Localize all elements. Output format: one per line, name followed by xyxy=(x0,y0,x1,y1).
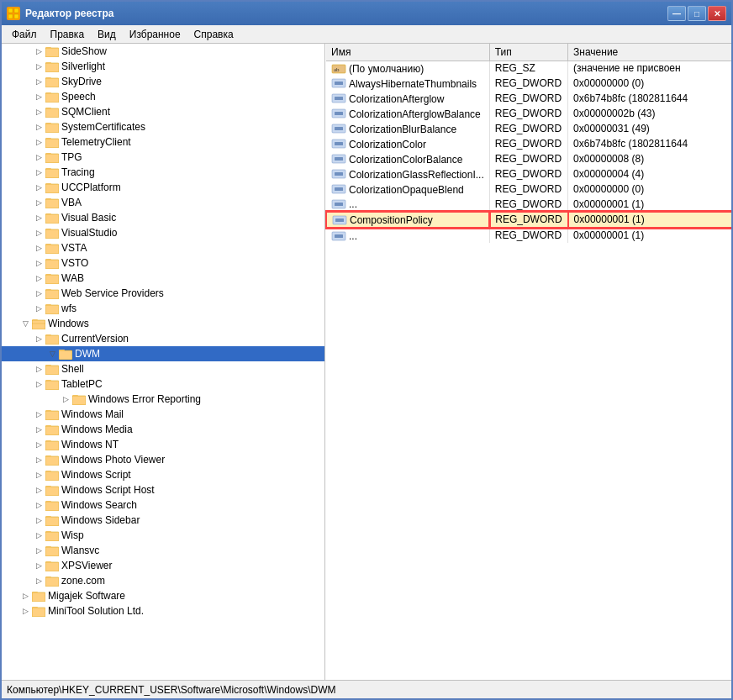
menu-item-правка[interactable]: Правка xyxy=(44,27,92,42)
svg-rect-66 xyxy=(59,350,65,352)
svg-rect-93 xyxy=(45,486,51,488)
expander-icon: ▷ xyxy=(32,90,45,103)
tree-item-vsto[interactable]: ▷ VSTO xyxy=(2,255,324,271)
tree-item-wmail[interactable]: ▷ Windows Mail xyxy=(2,407,324,422)
label-sideshow: SideShow xyxy=(61,45,107,57)
table-row[interactable]: ColorizationColorBalanceREG_DWORD0x00000… xyxy=(326,151,731,166)
reg-value-cell: 0x6b74b8fc (1802811644 xyxy=(568,91,731,106)
folder-icon xyxy=(45,363,59,375)
tree-item-telemetry[interactable]: ▷ TelemetryClient xyxy=(2,134,324,150)
tree-item-wer[interactable]: ▷ Windows Error Reporting xyxy=(2,392,324,407)
label-wer: Windows Error Reporting xyxy=(88,393,201,405)
reg-type-cell: REG_DWORD xyxy=(489,106,567,121)
tree-item-visualbasic[interactable]: ▷ Visual Basic xyxy=(2,210,324,225)
tree-item-wsidebar[interactable]: ▷ Windows Sidebar xyxy=(2,513,324,528)
tree-item-wscript[interactable]: ▷ Windows Script xyxy=(2,467,324,482)
tree-item-sideshow[interactable]: ▷ SideShow xyxy=(2,44,324,59)
svg-rect-84 xyxy=(45,440,51,443)
tree-item-wnt[interactable]: ▷ Windows NT xyxy=(2,437,324,452)
tree-item-wscripthost[interactable]: ▷ Windows Script Host xyxy=(2,482,324,497)
tree-item-migajek[interactable]: ▷ Migajek Software xyxy=(2,588,324,603)
tree-item-windows[interactable]: ▽ Windows xyxy=(2,316,324,331)
tree-item-silverlight[interactable]: ▷ Silverlight xyxy=(2,59,324,74)
tree-item-tabletpc[interactable]: ▷ TabletPC xyxy=(2,376,324,392)
svg-rect-8 xyxy=(45,62,51,65)
svg-rect-32 xyxy=(45,183,51,186)
expander-icon: ▷ xyxy=(32,287,45,300)
table-row[interactable]: CompositionPolicyREG_DWORD0x00000001 (1) xyxy=(326,212,731,228)
folder-icon xyxy=(45,514,59,526)
tree-item-vba[interactable]: ▷ VBA xyxy=(2,195,324,210)
col-type: Тип xyxy=(489,44,567,61)
expander-icon: ▷ xyxy=(32,45,45,58)
svg-rect-128 xyxy=(335,127,343,130)
tree-item-xpsviewer[interactable]: ▷ XPSViewer xyxy=(2,558,324,573)
tree-item-wlansvc[interactable]: ▷ Wlansvc xyxy=(2,543,324,558)
tree-item-wsearch[interactable]: ▷ Windows Search xyxy=(2,497,324,513)
tree-item-wisp[interactable]: ▷ Wisp xyxy=(2,528,324,543)
svg-rect-47 xyxy=(45,259,51,261)
table-row[interactable]: AlwaysHibernateThumbnailsREG_DWORD0x0000… xyxy=(326,76,731,91)
table-row[interactable]: ColorizationColorREG_DWORD0x6b74b8fc (18… xyxy=(326,136,731,151)
table-row[interactable]: ColorizationBlurBalanceREG_DWORD0x000000… xyxy=(326,121,731,136)
table-row[interactable]: ColorizationGlassReflectionI...REG_DWORD… xyxy=(326,166,731,182)
label-vsta: VSTA xyxy=(61,242,87,254)
table-row[interactable]: ColorizationOpaqueBlendREG_DWORD0x000000… xyxy=(326,182,731,197)
reg-name-cell: ColorizationAfterglowBalance xyxy=(326,106,489,121)
reg-value-icon xyxy=(331,77,346,89)
registry-scroll[interactable]: Имя Тип Значение ab (По умолчанию)REG_SZ… xyxy=(325,44,731,680)
reg-name-cell: AlwaysHibernateThumbnails xyxy=(326,76,489,91)
reg-value-icon xyxy=(331,198,346,210)
label-visualstudio: VisualStudio xyxy=(61,227,118,239)
reg-type-cell: REG_DWORD xyxy=(489,197,567,212)
label-wscript: Windows Script xyxy=(61,469,131,481)
tree-item-vsta[interactable]: ▷ VSTA xyxy=(2,240,324,255)
table-row[interactable]: ColorizationAfterglowREG_DWORD0x6b74b8fc… xyxy=(326,91,731,106)
svg-rect-23 xyxy=(45,138,51,140)
tree-item-dwm[interactable]: ▽ DWM xyxy=(2,346,324,361)
menu-item-файл[interactable]: Файл xyxy=(5,27,44,42)
svg-rect-53 xyxy=(45,289,51,292)
folder-icon xyxy=(45,560,59,571)
tree-item-visualstudio[interactable]: ▷ VisualStudio xyxy=(2,225,324,240)
tree-item-sqmclient[interactable]: ▷ SQMClient xyxy=(2,104,324,119)
tree-item-skydrive[interactable]: ▷ SkyDrive xyxy=(2,74,324,89)
tree-item-minitool[interactable]: ▷ MiniTool Solution Ltd. xyxy=(2,603,324,618)
reg-value-icon: ab xyxy=(331,63,346,75)
tree-item-wphotoviewer[interactable]: ▷ Windows Photo Viewer xyxy=(2,452,324,467)
reg-name-cell: ColorizationBlurBalance xyxy=(326,121,489,136)
tree-item-wmedia[interactable]: ▷ Windows Media xyxy=(2,422,324,437)
folder-icon xyxy=(45,545,59,556)
tree-scroll[interactable]: ▷ SideShow ▷ Silverlight ▷ xyxy=(2,44,324,680)
tree-item-uccplatform[interactable]: ▷ UCCPlatform xyxy=(2,180,324,195)
tree-item-wab[interactable]: ▷ WAB xyxy=(2,271,324,286)
minimize-button[interactable]: — xyxy=(667,6,686,21)
svg-rect-124 xyxy=(335,97,343,100)
tree-item-speech[interactable]: ▷ Speech xyxy=(2,89,324,104)
svg-text:ab: ab xyxy=(334,66,340,73)
tree-item-currentversion[interactable]: ▷ CurrentVersion xyxy=(2,331,324,346)
tree-item-wfs[interactable]: ▷ wfs xyxy=(2,301,324,316)
tree-item-shell[interactable]: ▷ Shell xyxy=(2,361,324,376)
menu-item-справка[interactable]: Справка xyxy=(187,27,240,42)
tree-item-zonecom[interactable]: ▷ zone.com xyxy=(2,573,324,588)
menu-item-избранное[interactable]: Избранное xyxy=(123,27,187,42)
label-sqmclient: SQMClient xyxy=(61,106,110,118)
tree-item-systemcerts[interactable]: ▷ SystemCertificates xyxy=(2,119,324,134)
svg-rect-35 xyxy=(45,198,51,201)
tree-item-webservice[interactable]: ▷ Web Service Providers xyxy=(2,286,324,301)
folder-icon xyxy=(45,378,59,390)
maximize-button[interactable]: □ xyxy=(688,6,706,21)
expander-icon: ▷ xyxy=(32,483,45,497)
tree-item-tpg[interactable]: ▷ TPG xyxy=(2,150,324,165)
tree-item-tracing[interactable]: ▷ Tracing xyxy=(2,165,324,180)
menu-item-вид[interactable]: Вид xyxy=(91,27,123,42)
reg-value-cell: 0x00000008 (8) xyxy=(568,151,731,166)
table-row[interactable]: ColorizationAfterglowBalanceREG_DWORD0x0… xyxy=(326,106,731,121)
table-row[interactable]: ...REG_DWORD0x00000001 (1) xyxy=(326,228,731,243)
close-button[interactable]: ✕ xyxy=(708,6,726,21)
label-dwm: DWM xyxy=(75,348,100,360)
table-row[interactable]: ab (По умолчанию)REG_SZ(значение не прис… xyxy=(326,61,731,76)
table-row[interactable]: ...REG_DWORD0x00000001 (1) xyxy=(326,197,731,212)
reg-value-cell: 0x00000002b (43) xyxy=(568,106,731,121)
